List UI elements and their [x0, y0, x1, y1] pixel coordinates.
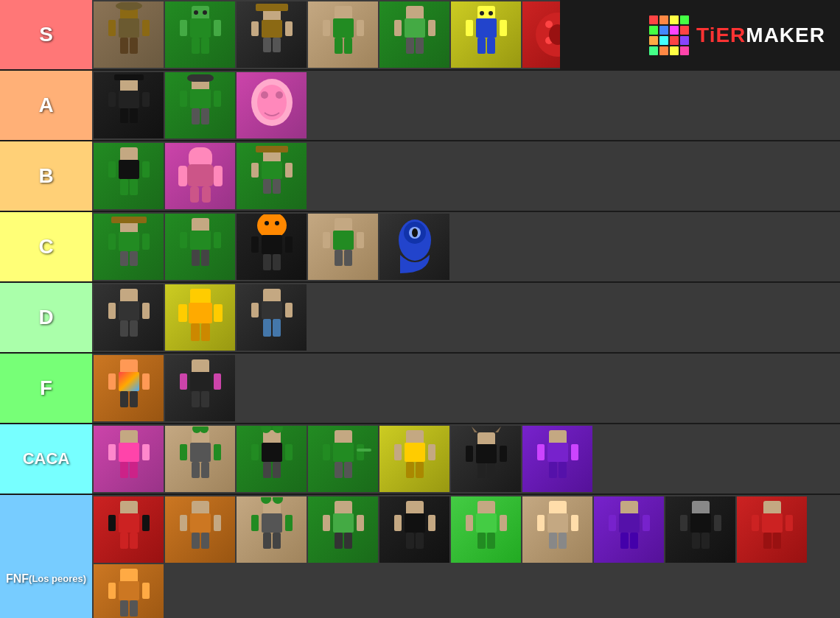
- svg-rect-244: [690, 513, 711, 533]
- item-c2[interactable]: [165, 214, 235, 280]
- item-fnf1[interactable]: [94, 496, 164, 563]
- svg-rect-171: [357, 444, 364, 460]
- item-c1[interactable]: [94, 214, 164, 280]
- item-fnf11[interactable]: [94, 564, 164, 618]
- item-fnf3[interactable]: [237, 496, 307, 563]
- svg-rect-133: [273, 319, 281, 337]
- svg-rect-197: [120, 533, 128, 549]
- svg-rect-12: [201, 38, 209, 54]
- item-c5[interactable]: [379, 214, 449, 280]
- item-caca2[interactable]: [165, 426, 235, 492]
- svg-rect-121: [130, 320, 138, 337]
- item-s1[interactable]: [94, 1, 164, 68]
- svg-rect-32: [406, 38, 414, 54]
- item-caca5[interactable]: [379, 426, 449, 492]
- svg-rect-10: [214, 20, 221, 36]
- tier-items-fnf: [92, 495, 840, 618]
- logo-cell-16: [680, 46, 689, 55]
- item-d1[interactable]: [94, 284, 164, 351]
- svg-rect-192: [559, 462, 567, 478]
- svg-rect-124: [178, 304, 187, 322]
- svg-rect-74: [178, 166, 187, 186]
- item-a3[interactable]: [237, 72, 307, 138]
- svg-rect-27: [344, 38, 352, 54]
- svg-rect-73: [187, 164, 214, 186]
- logo-maker-text: MAKER: [746, 24, 825, 47]
- item-s3[interactable]: [237, 1, 307, 68]
- item-fnf6[interactable]: [451, 496, 521, 563]
- item-a1[interactable]: [94, 72, 164, 138]
- logo-cell-6: [659, 26, 668, 35]
- item-caca4[interactable]: [308, 426, 378, 492]
- svg-rect-198: [130, 533, 138, 549]
- svg-rect-125: [214, 304, 223, 322]
- item-caca7[interactable]: [522, 426, 592, 492]
- svg-rect-24: [323, 20, 330, 36]
- item-c3[interactable]: [237, 214, 307, 280]
- svg-rect-218: [344, 533, 352, 549]
- item-s2[interactable]: [165, 1, 235, 68]
- item-fnf8[interactable]: [594, 496, 664, 563]
- svg-rect-104: [263, 254, 271, 270]
- svg-rect-97: [201, 250, 209, 266]
- svg-rect-25: [357, 20, 364, 36]
- item-fnf7[interactable]: [522, 496, 592, 563]
- item-caca3[interactable]: [237, 426, 307, 492]
- svg-rect-101: [262, 235, 282, 254]
- svg-rect-254: [773, 533, 781, 549]
- svg-rect-178: [428, 444, 435, 460]
- item-a2[interactable]: [165, 72, 235, 138]
- svg-rect-75: [214, 166, 223, 186]
- svg-rect-3: [108, 20, 116, 36]
- tier-row-f: F: [0, 354, 840, 424]
- item-f2[interactable]: [165, 355, 235, 421]
- svg-rect-258: [142, 583, 150, 599]
- svg-rect-153: [190, 443, 211, 462]
- item-s6[interactable]: [451, 1, 521, 68]
- tier-items-d: [92, 283, 840, 352]
- item-caca6[interactable]: [451, 426, 521, 492]
- svg-rect-260: [130, 600, 138, 617]
- svg-rect-148: [108, 444, 116, 460]
- svg-rect-16: [256, 4, 288, 11]
- item-fnf5[interactable]: [379, 496, 449, 563]
- svg-rect-154: [180, 444, 187, 460]
- svg-rect-59: [214, 91, 221, 107]
- tier-row-d: D: [0, 283, 840, 354]
- item-s5[interactable]: [379, 1, 449, 68]
- svg-rect-239: [609, 515, 616, 531]
- item-fnf4[interactable]: [308, 496, 378, 563]
- svg-rect-76: [190, 186, 199, 203]
- svg-rect-71: [130, 179, 138, 195]
- item-fnf10[interactable]: [737, 496, 807, 563]
- item-fnf2[interactable]: [165, 496, 235, 563]
- svg-rect-127: [201, 323, 210, 341]
- item-b1[interactable]: [94, 143, 164, 209]
- item-f1[interactable]: [94, 355, 164, 421]
- item-s4[interactable]: [308, 1, 378, 68]
- item-c4[interactable]: [308, 214, 378, 280]
- svg-rect-142: [180, 373, 187, 390]
- item-b3[interactable]: [237, 143, 307, 209]
- svg-rect-191: [549, 462, 557, 478]
- svg-rect-156: [192, 462, 200, 478]
- svg-point-63: [257, 85, 287, 120]
- svg-rect-235: [549, 533, 557, 549]
- tier-row-s: S: [0, 0, 840, 71]
- svg-rect-119: [142, 303, 150, 319]
- svg-rect-11: [192, 38, 200, 54]
- item-fnf9[interactable]: [665, 496, 735, 563]
- item-d3[interactable]: [237, 284, 307, 351]
- tier-items-f: [92, 354, 840, 423]
- svg-rect-196: [142, 515, 150, 531]
- svg-point-100: [275, 221, 279, 225]
- item-d2[interactable]: [165, 284, 235, 351]
- item-caca1[interactable]: [94, 426, 164, 492]
- item-b2[interactable]: [165, 143, 235, 209]
- svg-rect-173: [344, 462, 352, 478]
- svg-rect-129: [262, 301, 282, 319]
- logo-text-group: TiER MAKER: [696, 24, 825, 47]
- svg-rect-227: [466, 515, 473, 531]
- tier-label-caca: CACA: [0, 424, 92, 494]
- svg-point-99: [265, 221, 269, 225]
